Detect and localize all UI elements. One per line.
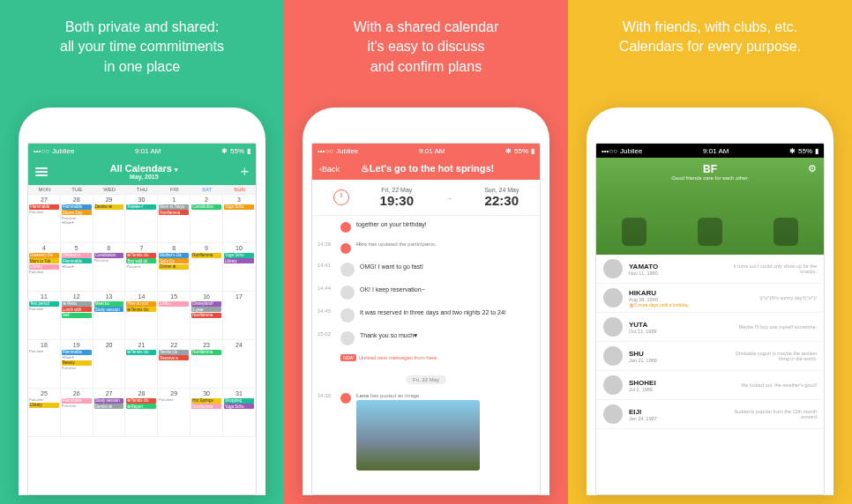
calendar-day[interactable]: 14How do you⊕Tennis clu: [125, 292, 158, 340]
status-bar: •••○○Jubilee 9:01 AM ✱55%▮: [312, 144, 540, 158]
menu-icon[interactable]: [35, 167, 48, 176]
add-event-icon[interactable]: +: [241, 164, 249, 180]
group-title: BF: [596, 163, 824, 175]
calendar-day[interactable]: 10Yoga SchoLibrary: [223, 243, 256, 292]
calendar-day[interactable]: 20: [93, 340, 126, 389]
chat-thread[interactable]: together on your birthday!14:38Hiro has …: [312, 216, 540, 475]
phone-frame-2: •••○○Jubilee 9:01 AM ✱55%▮ ‹ Back ♨Let's…: [303, 107, 549, 495]
calendar-day[interactable]: 5Children'sFlammable✦Date✦: [61, 243, 93, 292]
panel-friends: With friends, with clubs, etc.Calendars …: [568, 0, 852, 504]
calendar-day[interactable]: 29Part-time: [158, 389, 191, 437]
status-bar: •••○○Jubilee 9:01 AM ✱55%▮: [28, 144, 256, 158]
calendar-day[interactable]: 13Meet boStudy session: [93, 292, 126, 340]
panel-calendar: Both private and shared:all your time co…: [0, 0, 284, 504]
gear-icon[interactable]: ⚙: [808, 163, 817, 174]
chat-message: 14:44OK! I keep reservation~: [318, 281, 534, 304]
back-button[interactable]: ‹ Back: [319, 165, 340, 174]
friend-item[interactable]: YAMATONov 11, 1980It turns out I could o…: [596, 255, 824, 284]
calendar-day[interactable]: 23Nonflamma: [191, 340, 223, 389]
group-subtitle: Good friends care for each other.: [596, 175, 824, 181]
status-bar: •••○○Jubilee 9:01 AM ✱55%▮: [596, 144, 824, 158]
calendar-day[interactable]: 7⊕Tennis cluBuy wild tulPart-time: [125, 243, 158, 292]
friend-item[interactable]: YUTAOct 11, 1989Maybe I'll buy one mysel…: [596, 313, 824, 342]
calendar-day[interactable]: 16Disneyland!1 yearNonflamma: [191, 292, 223, 340]
clock-icon: [333, 189, 349, 205]
friend-item[interactable]: HIKARUAug 28, 1990🎂5 more days until a b…: [596, 284, 824, 313]
calendar-day[interactable]: 27Study sessionDentist ⊕: [93, 389, 126, 437]
chat-message: together on your birthday!: [318, 216, 534, 237]
calendar-day[interactable]: 19Flammable✦Date✦BeautyPart-time: [61, 340, 93, 389]
weekday-header: MONTUEWEDTHUFRISATSUN: [28, 185, 256, 195]
phone-frame-3: •••○○Jubilee 9:01 AM ✱55%▮ BF Good frien…: [587, 107, 833, 495]
calendar-day[interactable]: 28⊕Tennis clu⊕Report: [125, 389, 158, 437]
chat-header: ‹ Back ♨Let's go to the hot springs!: [312, 158, 540, 180]
calendar-day[interactable]: 30Hot SpringsNonflamma: [191, 389, 223, 437]
calendar-day[interactable]: 26FlammablePart-time: [61, 389, 93, 437]
chat-message: 14:41OMG! I want to go fast!: [318, 258, 534, 281]
calendar-day[interactable]: 3Yoga Scho: [223, 195, 256, 243]
calendar-grid[interactable]: 27FlammablePart-time28FlammableShows Day…: [28, 195, 256, 437]
calendar-day[interactable]: 6ConstitutionPart-time: [93, 243, 126, 292]
calendar-day[interactable]: 2Constitution: [191, 195, 223, 243]
calendar-day[interactable]: 8Mother's DaSai's DyDinner at: [158, 243, 191, 292]
screen-chat: •••○○Jubilee 9:01 AM ✱55%▮ ‹ Back ♨Let's…: [311, 143, 541, 495]
chat-message: 15:02Thank you so much♥: [318, 327, 534, 350]
chat-message: 14:45It was reserved in three days and t…: [318, 304, 534, 327]
friend-item[interactable]: SHOHEIJul 2, 1989We lucked out, the weat…: [596, 371, 824, 400]
tagline-3: With friends, with clubs, etc.Calendars …: [619, 18, 801, 81]
calendar-day[interactable]: 18Part-time: [28, 340, 61, 389]
calendar-day[interactable]: 1Mom to TokyoNonflamma: [158, 195, 191, 243]
calendar-day[interactable]: 9Nonflamma: [191, 243, 223, 292]
screen-friends: •••○○Jubilee 9:01 AM ✱55%▮ BF Good frien…: [595, 143, 825, 495]
tagline-1: Both private and shared:all your time co…: [60, 18, 224, 81]
calendar-day[interactable]: 29Dentist ⊕: [93, 195, 126, 243]
arrow-right-icon: →: [445, 193, 453, 203]
calendar-day[interactable]: 25Part-timeLibrary: [28, 389, 61, 437]
calendar-day[interactable]: 21⊕Tennis clu: [125, 340, 158, 389]
panel-chat: With a shared calendarit's easy to discu…: [284, 0, 568, 504]
friend-list[interactable]: YAMATONov 11, 1980It turns out I could o…: [596, 255, 824, 429]
phone-frame-1: •••○○Jubilee 9:01 AM ✱55%▮ All Calendars…: [19, 107, 265, 495]
screen-calendar: •••○○Jubilee 9:01 AM ✱55%▮ All Calendars…: [27, 143, 257, 495]
tagline-2: With a shared calendarit's easy to discu…: [354, 18, 499, 81]
calendar-day[interactable]: 17: [223, 292, 256, 340]
calendar-day[interactable]: 4Greenery DaMom to TokLibraryPart-time: [28, 243, 61, 292]
calendar-day[interactable]: 12⊕ RenaLunch withNail: [61, 292, 93, 340]
calendar-day[interactable]: 24: [223, 340, 256, 389]
calendar-day[interactable]: 22Tennis cluReserve a: [158, 340, 191, 389]
calendar-day[interactable]: 31ShoppingYoga Scho: [223, 389, 256, 437]
friend-item[interactable]: SHUJan 21, 1989Drinkable yogurt is maybe…: [596, 342, 824, 371]
event-time-range[interactable]: Fri, 22 May 19:30 → Sun, 24 May 22:30: [312, 180, 540, 216]
chat-message: 14:38Hiro has updated the participants.: [318, 237, 534, 258]
group-hero: BF Good friends care for each other. ⚙: [596, 158, 824, 255]
calendar-day[interactable]: 11Test periodPart-time: [28, 292, 61, 340]
calendar-day[interactable]: 15LIVE♫: [158, 292, 191, 340]
calendar-header: All Calendars ▾ May, 2015 +: [28, 158, 256, 185]
calendar-day[interactable]: 27FlammablePart-time: [28, 195, 61, 243]
calendar-day[interactable]: 30Freeee~!: [125, 195, 158, 243]
friend-item[interactable]: EIJIJan 24, 1987Suddenly popular from th…: [596, 400, 824, 429]
calendar-day[interactable]: 28FlammableShows DayPart-time✦Date✦: [61, 195, 93, 243]
